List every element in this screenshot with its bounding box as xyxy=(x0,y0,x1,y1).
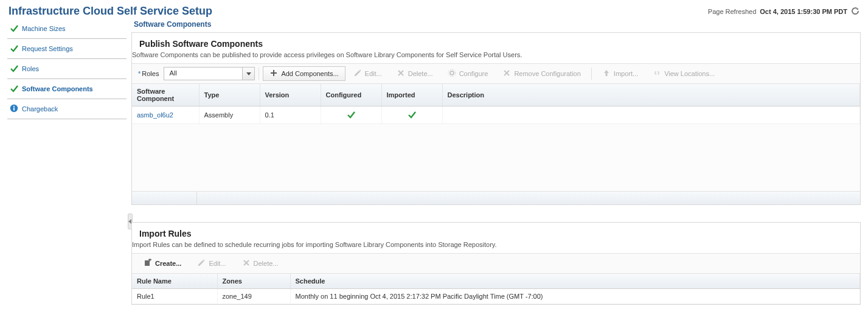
publish-toolbar: Roles All Add Components... Edit... Dele… xyxy=(132,63,860,84)
cell-zones: zone_149 xyxy=(217,289,290,304)
check-icon xyxy=(10,24,18,33)
edit-button[interactable]: Edit... xyxy=(347,66,389,81)
publish-desc: Software Components can be published to … xyxy=(131,50,860,63)
table-header-row: Software Component Type Version Configur… xyxy=(132,84,860,106)
sidebar: Machine SizesRequest SettingsRolesSoftwa… xyxy=(7,19,127,119)
x-icon xyxy=(242,259,251,268)
roles-dropdown-icon[interactable] xyxy=(242,68,254,80)
cell-configured xyxy=(321,106,381,124)
edit-label: Edit... xyxy=(365,70,382,77)
edit-rule-label: Edit... xyxy=(209,260,226,267)
create-label: Create... xyxy=(155,260,181,267)
sidebar-item-chargeback[interactable]: Chargeback xyxy=(7,99,127,119)
col-rule-name[interactable]: Rule Name xyxy=(132,274,217,289)
roles-label: Roles xyxy=(136,70,162,77)
sidebar-item-roles[interactable]: Roles xyxy=(7,59,127,79)
table-footer xyxy=(132,191,860,204)
sidebar-item-label: Software Components xyxy=(22,85,93,92)
check-icon xyxy=(10,64,18,74)
col-description[interactable]: Description xyxy=(442,84,860,106)
sidebar-item-label: Machine Sizes xyxy=(22,25,66,32)
rules-table: Rule Name Zones Schedule Rule1zone_149Mo… xyxy=(132,274,860,304)
publish-title: Publish Software Components xyxy=(132,33,860,50)
col-configured[interactable]: Configured xyxy=(321,84,381,106)
table-header-row: Rule Name Zones Schedule xyxy=(132,274,860,289)
add-components-button[interactable]: Add Components... xyxy=(263,66,345,81)
view-locations-button[interactable]: View Locations... xyxy=(646,66,721,81)
delete-rule-button[interactable]: Delete... xyxy=(235,256,285,271)
link-icon xyxy=(653,69,661,78)
page-refresh-status: Page Refreshed Oct 4, 2015 1:59:30 PM PD… xyxy=(708,7,859,16)
sidebar-item-request-settings[interactable]: Request Settings xyxy=(7,39,127,59)
pencil-icon xyxy=(197,259,206,268)
configure-button[interactable]: Configure xyxy=(441,66,495,81)
col-type[interactable]: Type xyxy=(199,84,260,106)
roles-value: All xyxy=(164,68,242,80)
page-title: Infrastructure Cloud Self Service Setup xyxy=(9,5,212,18)
cell-version: 0.1 xyxy=(260,106,321,124)
section-crumb: Software Components xyxy=(131,19,861,32)
configure-label: Configure xyxy=(459,70,488,77)
view-label: View Locations... xyxy=(664,70,715,77)
cell-desc xyxy=(442,106,860,124)
sidebar-item-label: Chargeback xyxy=(22,105,58,113)
rules-desc: Import Rules can be defined to schedule … xyxy=(131,240,860,253)
table-empty-area xyxy=(132,124,860,191)
x-icon xyxy=(397,69,405,78)
sidebar-item-label: Roles xyxy=(22,65,39,72)
col-software-component[interactable]: Software Component xyxy=(132,84,199,106)
import-rules-panel: Import Rules Import Rules can be defined… xyxy=(131,222,861,305)
refresh-prefix: Page Refreshed xyxy=(708,8,757,15)
roles-select[interactable]: All xyxy=(164,67,255,80)
delete-label: Delete... xyxy=(408,70,433,77)
cell-type: Assembly xyxy=(199,106,260,124)
delete-rule-label: Delete... xyxy=(254,260,279,267)
remove-label: Remove Configuration xyxy=(514,70,580,77)
x-icon xyxy=(502,69,511,78)
cell-schedule: Monthly on 11 beginning Oct 4, 2015 2:17… xyxy=(290,289,860,304)
cell-name[interactable]: asmb_ol6u2 xyxy=(132,106,199,124)
sidebar-item-label: Request Settings xyxy=(22,45,73,52)
gear-icon xyxy=(448,69,456,78)
upload-icon xyxy=(602,69,611,78)
pencil-icon xyxy=(353,69,362,78)
table-row[interactable]: asmb_ol6u2Assembly0.1 xyxy=(132,106,860,124)
rules-title: Import Rules xyxy=(132,223,860,240)
check-icon xyxy=(10,84,18,94)
remove-config-button[interactable]: Remove Configuration xyxy=(496,66,587,81)
sidebar-item-software-components[interactable]: Software Components xyxy=(7,79,127,99)
components-table: Software Component Type Version Configur… xyxy=(132,84,860,124)
create-icon xyxy=(144,259,152,268)
cell-imported xyxy=(381,106,442,124)
col-version[interactable]: Version xyxy=(260,84,321,106)
edit-rule-button[interactable]: Edit... xyxy=(190,256,232,271)
col-zones[interactable]: Zones xyxy=(217,274,290,289)
import-label: Import... xyxy=(614,70,638,77)
add-label: Add Components... xyxy=(281,70,338,77)
create-rule-button[interactable]: Create... xyxy=(137,256,188,271)
info-icon xyxy=(10,104,18,114)
delete-button[interactable]: Delete... xyxy=(390,66,440,81)
publish-panel: Publish Software Components Software Com… xyxy=(131,32,861,205)
refresh-time: Oct 4, 2015 1:59:30 PM PDT xyxy=(760,8,847,15)
col-imported[interactable]: Imported xyxy=(381,84,442,106)
rules-toolbar: Create... Edit... Delete... xyxy=(132,253,860,274)
refresh-icon[interactable] xyxy=(851,7,859,16)
check-icon xyxy=(10,44,18,54)
table-row[interactable]: Rule1zone_149Monthly on 11 beginning Oct… xyxy=(132,289,860,304)
plus-icon xyxy=(269,69,278,78)
col-schedule[interactable]: Schedule xyxy=(290,274,860,289)
import-button[interactable]: Import... xyxy=(595,66,645,81)
sidebar-item-machine-sizes[interactable]: Machine Sizes xyxy=(7,19,127,39)
cell-rule-name: Rule1 xyxy=(132,289,217,304)
